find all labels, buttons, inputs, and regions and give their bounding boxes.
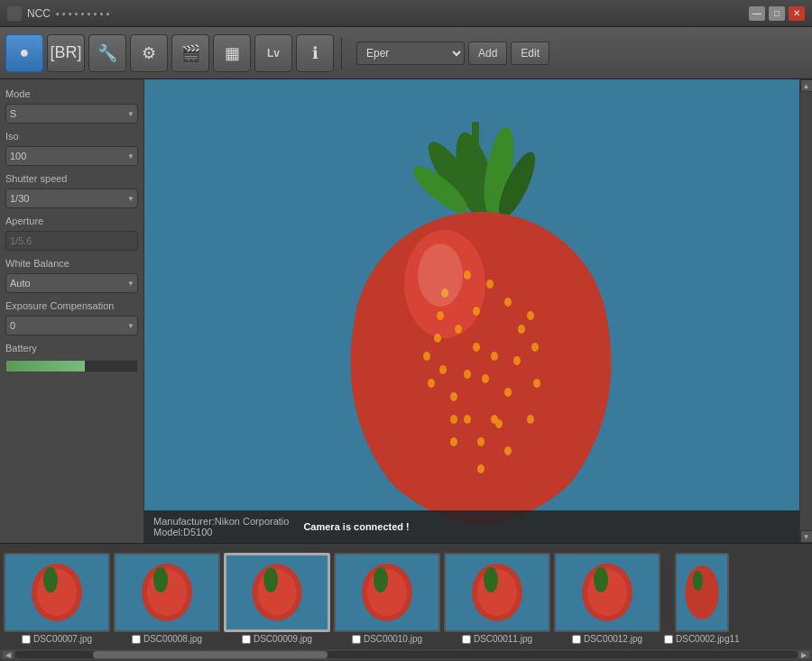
camera-icon: ● xyxy=(20,43,30,62)
thumb-checkbox[interactable] xyxy=(352,635,361,644)
app-subtitle: ▪ ▪ ▪ ▪ ▪ ▪ ▪ ▪ ▪ xyxy=(56,8,110,19)
strawberry-svg xyxy=(300,95,643,528)
strip-scroll-left[interactable]: ◀ xyxy=(2,650,14,659)
thumbnail-item[interactable]: DSC00010.jpg xyxy=(334,553,440,644)
svg-point-17 xyxy=(464,415,471,424)
content-area: Mode S Iso 100 Shutter speed 1/30 Apertu… xyxy=(0,79,812,543)
thumb-frame xyxy=(444,553,550,632)
battery-label: Battery xyxy=(5,343,138,353)
svg-point-21 xyxy=(437,311,444,320)
thumbnail-item[interactable]: DSC00009.jpg xyxy=(224,553,330,644)
svg-point-63 xyxy=(594,567,608,592)
minimize-button[interactable]: — xyxy=(749,6,765,21)
svg-point-37 xyxy=(450,415,457,424)
svg-point-16 xyxy=(477,437,484,446)
strip-scrollbar-track[interactable] xyxy=(14,651,798,658)
window-controls: — □ ✕ xyxy=(749,6,805,21)
svg-point-51 xyxy=(263,567,278,592)
thumbnail-item[interactable]: DSC00008.jpg xyxy=(114,553,220,644)
iso-select[interactable]: 100 xyxy=(5,146,138,166)
br-label: [BR] xyxy=(50,43,81,62)
svg-point-65 xyxy=(685,565,718,620)
thumb-checkbox[interactable] xyxy=(132,635,141,644)
iso-wrapper: 100 xyxy=(5,146,138,166)
settings-button[interactable]: ⚙ xyxy=(130,34,168,72)
svg-point-14 xyxy=(504,388,512,397)
wb-select[interactable]: Auto xyxy=(5,273,138,293)
clapperboard-button[interactable]: 🎬 xyxy=(171,34,209,72)
thumb-filename: DSC00010.jpg xyxy=(364,634,422,644)
sd-icon: ▦ xyxy=(225,43,240,63)
thumb-frame xyxy=(334,553,440,632)
mode-select[interactable]: S xyxy=(5,104,138,124)
svg-point-34 xyxy=(491,352,498,361)
ec-select[interactable]: 0 xyxy=(5,316,138,335)
thumbnail-item[interactable]: DSC0002.jpg11 xyxy=(664,553,740,644)
mode-wrapper: S xyxy=(5,104,138,124)
svg-point-43 xyxy=(43,567,58,592)
camera-button[interactable]: ● xyxy=(5,34,43,72)
thumb-label: DSC00009.jpg xyxy=(242,634,312,644)
edit-preset-button[interactable]: Edit xyxy=(511,41,549,65)
sd-button[interactable]: ▦ xyxy=(213,34,251,72)
lv-button[interactable]: Lv xyxy=(254,34,292,72)
info-icon: ℹ xyxy=(312,43,318,63)
svg-point-18 xyxy=(450,392,457,401)
shutter-select[interactable]: 1/30 xyxy=(5,188,138,208)
close-button[interactable]: ✕ xyxy=(789,6,805,21)
app-title: NCC xyxy=(27,7,51,20)
thumbnail-item[interactable]: DSC00012.jpg xyxy=(554,553,660,644)
thumb-label: DSC00011.jpg xyxy=(462,634,532,644)
thumb-filename: DSC00008.jpg xyxy=(143,634,202,644)
thumbnail-item[interactable]: DSC00007.jpg xyxy=(4,553,110,644)
thumb-image xyxy=(5,555,108,630)
thumb-frame xyxy=(675,553,729,632)
thumb-checkbox[interactable] xyxy=(242,635,251,644)
thumb-checkbox[interactable] xyxy=(22,635,31,644)
wrench-icon: 🔧 xyxy=(97,43,117,63)
thumb-frame xyxy=(554,553,660,632)
svg-point-27 xyxy=(527,415,534,424)
ec-label: Exposure Compensation xyxy=(5,300,138,311)
main-image xyxy=(144,79,799,543)
svg-point-39 xyxy=(418,243,463,307)
svg-point-13 xyxy=(513,356,521,365)
svg-point-38 xyxy=(495,419,503,428)
add-preset-button[interactable]: Add xyxy=(468,41,507,65)
svg-point-28 xyxy=(533,379,540,388)
thumb-checkbox[interactable] xyxy=(572,635,581,644)
maximize-button[interactable]: □ xyxy=(769,6,785,21)
battery-bar xyxy=(6,361,85,372)
thumb-image xyxy=(677,555,727,630)
svg-point-30 xyxy=(527,311,534,320)
thumb-frame xyxy=(114,553,220,632)
thumb-image xyxy=(446,555,549,630)
svg-point-32 xyxy=(455,325,462,334)
strip-scrollbar[interactable]: ◀ ▶ xyxy=(0,649,812,660)
shutter-label: Shutter speed xyxy=(5,173,138,184)
strip-scroll-right[interactable]: ▶ xyxy=(798,650,810,659)
scroll-down-button[interactable]: ▼ xyxy=(800,530,813,543)
thumb-image xyxy=(556,555,659,630)
thumb-checkbox[interactable] xyxy=(664,635,673,644)
thumb-filename: DSC00011.jpg xyxy=(474,634,532,644)
thumb-image xyxy=(226,555,328,630)
thumb-label: DSC00007.jpg xyxy=(22,634,92,644)
strip-scrollbar-thumb xyxy=(93,651,328,658)
right-scrollbar[interactable]: ▲ ▼ xyxy=(799,79,812,543)
model-text: Model:D5100 xyxy=(153,527,289,537)
tools-button[interactable]: 🔧 xyxy=(88,34,126,72)
scroll-up-button[interactable]: ▲ xyxy=(800,79,813,92)
thumbnail-item[interactable]: DSC00011.jpg xyxy=(444,553,550,644)
info-button[interactable]: ℹ xyxy=(296,34,334,72)
thumb-image xyxy=(336,555,438,630)
preset-dropdown[interactable]: Eper xyxy=(356,41,465,65)
br-button[interactable]: [BR] xyxy=(47,34,85,72)
ec-wrapper: 0 xyxy=(5,316,138,335)
svg-point-9 xyxy=(464,271,471,280)
svg-point-26 xyxy=(504,446,512,455)
svg-point-12 xyxy=(518,325,525,334)
sidebar: Mode S Iso 100 Shutter speed 1/30 Apertu… xyxy=(0,79,144,543)
svg-point-29 xyxy=(531,343,539,352)
thumb-checkbox[interactable] xyxy=(462,635,471,644)
